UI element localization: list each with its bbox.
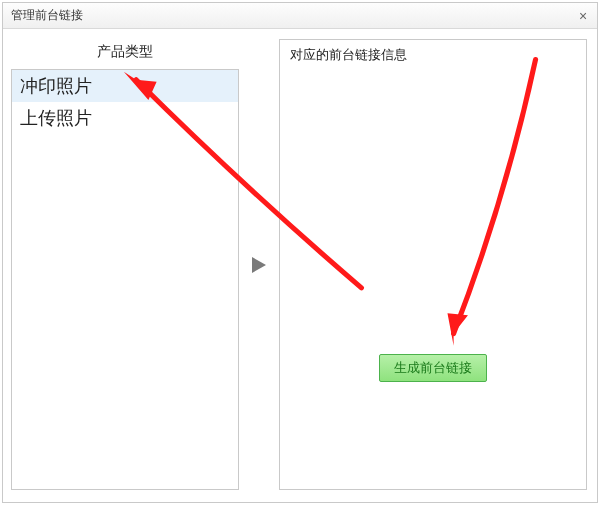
right-header: 对应的前台链接信息	[280, 40, 586, 70]
product-type-list[interactable]: 冲印照片 上传照片	[11, 69, 239, 490]
svg-marker-0	[252, 257, 266, 273]
generate-link-button[interactable]: 生成前台链接	[379, 354, 487, 382]
left-column: 产品类型 冲印照片 上传照片	[11, 39, 239, 490]
dialog-title: 管理前台链接	[11, 7, 83, 24]
dialog-window: 管理前台链接 × 产品类型 冲印照片 上传照片 对应的前台链接信息 生成前台链接	[2, 2, 598, 503]
list-item[interactable]: 上传照片	[12, 102, 238, 134]
dialog-body: 产品类型 冲印照片 上传照片 对应的前台链接信息 生成前台链接	[3, 29, 597, 502]
left-header: 产品类型	[11, 39, 239, 69]
right-column: 对应的前台链接信息 生成前台链接	[279, 39, 587, 490]
right-panel: 对应的前台链接信息 生成前台链接	[279, 39, 587, 490]
list-item[interactable]: 冲印照片	[12, 70, 238, 102]
mid-arrow-column	[247, 39, 271, 490]
play-icon	[250, 255, 268, 275]
titlebar: 管理前台链接 ×	[3, 3, 597, 29]
close-icon[interactable]: ×	[575, 8, 591, 24]
